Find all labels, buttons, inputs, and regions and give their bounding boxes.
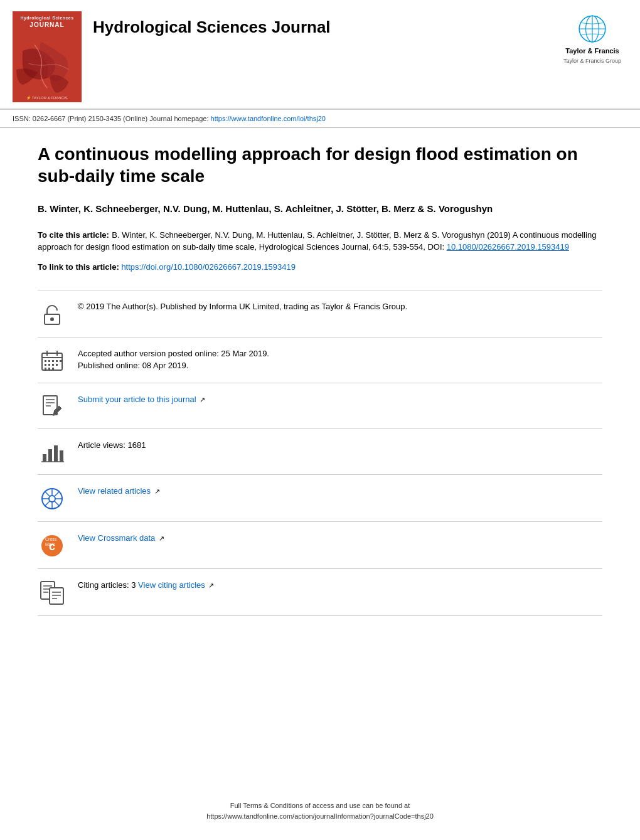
doi-link[interactable]: 10.1080/02626667.2019.1593419 [447,242,569,252]
citation-block: To cite this article: B. Winter, K. Schn… [38,229,602,253]
page-header: Hydrological Sciences JOURNAL ⚡ TAYLOR &… [0,0,640,110]
citing-text: Citing articles: 3 View citing articles … [78,579,214,592]
dates-text: Accepted author version posted online: 2… [78,348,269,372]
svg-line-40 [55,491,60,496]
svg-line-39 [55,501,60,506]
footer-link[interactable]: https://www.tandfonline.com/action/journ… [206,812,434,820]
related-icon-container [38,485,67,511]
submit-text: Submit your article to this journal ↗ [78,393,205,406]
journal-title-block: Hydrological Sciences Journal [93,11,331,37]
calendar-icon-container [38,348,67,373]
svg-rect-16 [45,364,46,366]
crossmark-link[interactable]: View Crossmark data [78,533,155,543]
link-block: To link to this article: https://doi.org… [38,261,602,272]
cover-bottom-text: ⚡ TAYLOR & FRANCIS [14,95,80,100]
main-content: A continuous modelling approach for desi… [0,128,640,635]
journal-name: Hydrological Sciences Journal [93,18,331,37]
article-doi-url[interactable]: https://doi.org/10.1080/02626667.2019.15… [121,262,296,272]
views-text: Article views: 1681 [78,439,146,452]
svg-rect-17 [48,364,50,366]
tf-logo: Taylor & Francis Taylor & Francis Group [563,11,621,64]
journal-cover: Hydrological Sciences JOURNAL ⚡ TAYLOR &… [13,11,82,102]
svg-rect-22 [52,368,54,369]
svg-rect-20 [45,368,46,369]
article-title: A continuous modelling approach for desi… [38,143,602,187]
citing-icon-container [38,579,67,605]
copyright-row: © 2019 The Author(s). Published by Infor… [38,290,602,337]
cover-journal-label: JOURNAL [29,21,64,28]
cover-map-area [16,31,78,102]
pencil-icon [40,395,64,418]
issn-text: ISSN: 0262-6667 (Print) 2150-3435 (Onlin… [13,115,211,122]
citing-row: Citing articles: 3 View citing articles … [38,568,602,616]
footer-line1: Full Terms & Conditions of access and us… [0,800,640,811]
open-access-icon-container [38,300,67,327]
copyright-text: © 2019 The Author(s). Published by Infor… [78,300,407,313]
svg-rect-13 [52,360,54,362]
issn-url[interactable]: https://www.tandfonline.com/loi/thsj20 [211,115,326,122]
calendar-icon [40,349,64,373]
svg-text:Cross: Cross [45,537,57,541]
svg-rect-29 [54,445,58,462]
tf-globe-icon [577,14,607,44]
header-left: Hydrological Sciences JOURNAL ⚡ TAYLOR &… [13,11,331,102]
related-articles-icon [40,486,65,511]
link-label: To link to this article: [38,262,121,272]
svg-point-6 [50,317,54,321]
svg-rect-11 [45,360,46,362]
bar-chart-icon-container [38,439,67,464]
svg-point-33 [49,496,55,502]
crossmark-icon: c Cross Mark [40,533,65,558]
citing-articles-link[interactable]: View citing articles [138,580,205,590]
crossmark-row: c Cross Mark View Crossmark data ↗ [38,521,602,568]
crossmark-icon-container: c Cross Mark [38,532,67,558]
issn-line: ISSN: 0262-6667 (Print) 2150-3435 (Onlin… [0,110,640,128]
svg-rect-27 [43,454,46,462]
svg-rect-19 [56,364,58,366]
submit-article-link[interactable]: Submit your article to this journal [78,395,196,404]
pencil-icon-container [38,393,67,418]
dates-row: Accepted author version posted online: 2… [38,337,602,383]
open-access-icon [40,302,65,327]
svg-rect-18 [52,364,54,366]
related-row: View related articles ↗ [38,474,602,521]
svg-text:Mark: Mark [45,542,55,546]
crossmark-ext-icon: ↗ [159,533,164,544]
views-row: Article views: 1681 [38,428,602,474]
tf-brand-name: Taylor & Francis [565,46,619,55]
related-ext-icon: ↗ [154,486,160,497]
svg-rect-14 [56,360,58,362]
cite-label: To cite this article: [38,230,109,240]
bar-chart-icon [40,440,64,464]
related-articles-link[interactable]: View related articles [78,486,151,496]
info-section: © 2019 The Author(s). Published by Infor… [38,290,602,616]
svg-rect-30 [60,450,63,462]
cite-text: B. Winter, K. Schneeberger, N.V. Dung, M… [38,230,596,252]
citing-articles-icon [40,580,65,605]
page-footer: Full Terms & Conditions of access and us… [0,800,640,821]
article-authors: B. Winter, K. Schneeberger, N.V. Dung, M… [38,202,602,216]
svg-line-41 [45,501,50,506]
citing-ext-icon: ↗ [208,580,214,591]
cover-top-text: Hydrological Sciences [20,15,73,21]
crossmark-text: View Crossmark data ↗ [78,532,164,545]
submit-ext-icon: ↗ [200,395,205,405]
svg-rect-15 [60,360,61,362]
related-text: View related articles ↗ [78,485,160,497]
svg-rect-12 [48,360,50,362]
svg-rect-50 [50,588,63,604]
svg-rect-28 [48,449,52,462]
svg-line-38 [45,491,50,496]
submit-row: Submit your article to this journal ↗ [38,383,602,428]
tf-brand-subtitle: Taylor & Francis Group [563,58,621,64]
svg-rect-21 [48,368,50,369]
